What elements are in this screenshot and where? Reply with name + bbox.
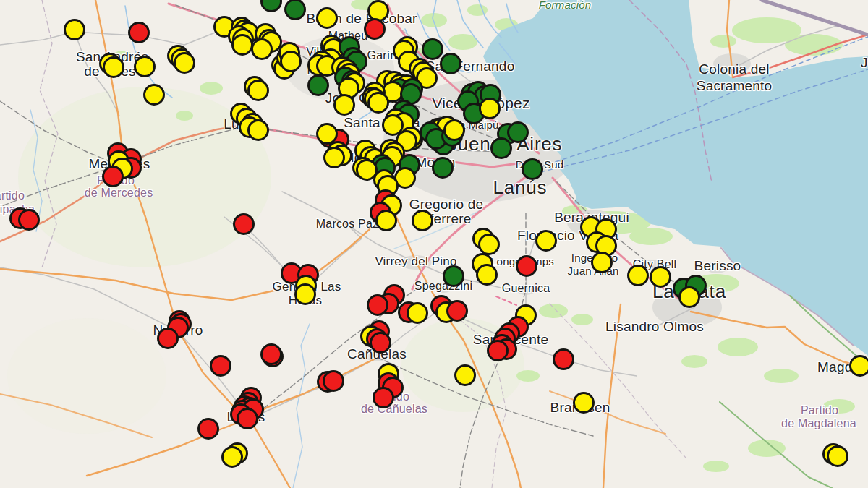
- map-markers-layer: [0, 0, 868, 488]
- map-marker-green[interactable]: [507, 121, 529, 143]
- map-marker-yellow[interactable]: [247, 80, 269, 101]
- map-marker-yellow[interactable]: [849, 355, 868, 377]
- map-marker-red[interactable]: [260, 343, 282, 365]
- map-marker-yellow[interactable]: [323, 147, 345, 168]
- map-marker-yellow[interactable]: [251, 38, 273, 60]
- map-marker-yellow[interactable]: [231, 34, 253, 56]
- map-marker-yellow[interactable]: [407, 302, 428, 324]
- map-marker-red[interactable]: [237, 408, 258, 429]
- map-marker-green[interactable]: [490, 137, 512, 159]
- map-marker-green[interactable]: [440, 53, 461, 74]
- map-marker-yellow[interactable]: [443, 119, 465, 141]
- map-marker-red[interactable]: [367, 294, 388, 316]
- map-marker-yellow[interactable]: [478, 234, 500, 255]
- map-marker-red[interactable]: [516, 255, 537, 277]
- map-marker-red[interactable]: [323, 370, 344, 392]
- map-marker-red[interactable]: [233, 213, 255, 235]
- map-marker-yellow[interactable]: [573, 392, 595, 414]
- map-marker-yellow[interactable]: [174, 52, 195, 74]
- map-marker-red[interactable]: [446, 300, 468, 322]
- map-marker-red[interactable]: [128, 22, 150, 43]
- map-marker-red[interactable]: [18, 209, 40, 231]
- map-marker-green[interactable]: [284, 0, 306, 20]
- map-marker-yellow[interactable]: [280, 51, 302, 72]
- map-marker-yellow[interactable]: [221, 446, 243, 468]
- map-marker-green[interactable]: [422, 38, 443, 60]
- map-marker-yellow[interactable]: [412, 210, 433, 231]
- map-marker-red[interactable]: [370, 332, 391, 354]
- map-marker-yellow[interactable]: [103, 56, 124, 78]
- map-marker-yellow[interactable]: [294, 283, 316, 305]
- map-marker-yellow[interactable]: [650, 266, 671, 288]
- map-marker-green[interactable]: [432, 157, 454, 179]
- map-marker-yellow[interactable]: [479, 98, 501, 119]
- map-marker-yellow[interactable]: [535, 230, 557, 252]
- map-marker-yellow[interactable]: [367, 92, 389, 114]
- map-marker-red[interactable]: [210, 355, 231, 377]
- map-marker-yellow[interactable]: [64, 19, 85, 40]
- map-marker-red[interactable]: [157, 328, 179, 349]
- map-marker-yellow[interactable]: [375, 210, 397, 231]
- map-marker-yellow[interactable]: [143, 84, 165, 106]
- map-marker-yellow[interactable]: [827, 445, 848, 467]
- map-marker-red[interactable]: [487, 340, 509, 361]
- map-marker-red[interactable]: [102, 166, 124, 187]
- map-marker-yellow[interactable]: [454, 364, 476, 386]
- map-marker-green[interactable]: [260, 0, 282, 12]
- map-marker-green[interactable]: [522, 158, 543, 180]
- map-marker-yellow[interactable]: [134, 56, 156, 77]
- map-marker-yellow[interactable]: [476, 264, 498, 286]
- map-marker-red[interactable]: [373, 387, 394, 408]
- map-marker-yellow[interactable]: [678, 286, 700, 308]
- map-marker-yellow[interactable]: [247, 119, 269, 141]
- map-canvas[interactable]: San Andrésde GilesLujánMercedesBelén de …: [0, 0, 868, 488]
- map-marker-yellow[interactable]: [627, 265, 649, 286]
- map-marker-red[interactable]: [553, 348, 574, 370]
- map-marker-red[interactable]: [197, 418, 219, 440]
- map-marker-yellow[interactable]: [333, 94, 355, 116]
- map-marker-green[interactable]: [443, 265, 464, 287]
- map-marker-yellow[interactable]: [316, 7, 338, 29]
- map-marker-green[interactable]: [307, 74, 329, 96]
- map-marker-red[interactable]: [364, 18, 386, 40]
- map-marker-yellow[interactable]: [591, 252, 613, 273]
